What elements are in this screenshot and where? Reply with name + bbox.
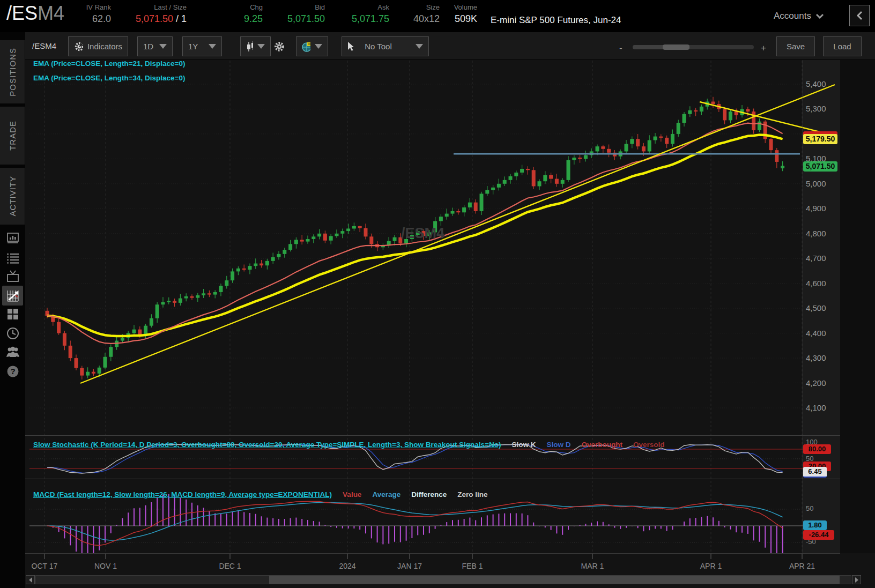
price-tick-label: 5,400 [806,79,826,88]
indicators-button[interactable]: Indicators [68,36,128,56]
news-report-icon[interactable] [5,230,21,246]
stoch-study-title[interactable]: Slow Stochastic (K Period=14, D Period=3… [33,441,501,449]
scroll-right-button[interactable] [852,575,861,584]
zoom-out-button[interactable]: - [619,43,622,54]
range-value: 1Y [188,42,198,51]
time-tick-label: JAN 17 [397,562,422,570]
macd-average-bubble: 1.80 [803,520,827,530]
last-size-label: Last / Size [122,3,187,11]
chart-canvas[interactable] [25,32,875,588]
triangle-left-icon [29,577,32,583]
price-tick-label: 4,100 [806,403,826,412]
macd-value-bubble: -26.44 [803,530,834,540]
toolbar-symbol: /ESM4 [32,41,56,50]
field-iv-rank: IV Rank 62.0 [72,3,111,25]
symbol-suffix: M4 [38,2,64,24]
price-tick-label: 4,800 [806,229,826,238]
tab-positions-label: POSITIONS [8,48,17,96]
trading-platform: /ESM4 IV Rank 62.0 Last / Size 5,071.50 … [0,0,875,588]
ema34-price-bubble: 5,179.50 [803,134,837,144]
sidebar-tab-activity[interactable]: ACTIVITY [0,168,25,225]
time-tick-label: FEB 1 [462,562,483,570]
field-last-size: Last / Size 5,071.50 / 1 [122,3,187,25]
zoom-slider[interactable] [633,45,754,49]
stoch-legend-slowk: Slow K [511,441,536,449]
price-tick-label: 4,700 [806,254,826,263]
collapse-panel-button[interactable] [849,5,870,26]
ask-label: Ask [341,3,389,11]
chg-value: 9.25 [244,13,263,24]
triangle-right-icon [855,577,858,583]
timeframe-dropdown[interactable]: 1D [137,36,173,56]
drawing-tool-dropdown[interactable]: No Tool [342,36,429,56]
size-value: 40x12 [413,13,440,24]
svg-text:?: ? [10,367,15,376]
chevron-down-icon [257,44,265,49]
symbol-title: /ESM4 [6,2,64,25]
style-dropdown[interactable] [296,36,328,56]
volume-value: 509K [455,13,477,24]
scroll-left-button[interactable] [26,575,35,584]
stoch-legend-row: Slow Stochastic (K Period=14, D Period=3… [33,441,664,449]
time-tick-label: APR 21 [789,562,815,570]
pane-divider-stoch-macd[interactable] [25,479,840,479]
contract-description: E-mini S&P 500 Futures, Jun-24 [491,15,621,26]
zoom-in-button[interactable]: + [761,43,766,54]
horizontal-scrollbar-thumb[interactable] [269,576,840,584]
watchlist-icon[interactable] [5,250,21,266]
zoom-slider-fill [633,45,666,49]
chart-toolbar: /ESM4 Indicators 1D 1Y No Tool - [25,32,875,60]
macd-legend-difference: Difference [411,490,447,498]
ema34-study-label[interactable]: EMA (Price=CLOSE, Length=34, Displace=0) [33,74,185,82]
time-tick-label: NOV 1 [94,562,117,570]
field-volume: Volume 509K [444,3,477,25]
chart-settings-button[interactable] [273,41,285,55]
apps-grid-icon[interactable] [5,306,21,322]
chart-type-dropdown[interactable] [240,36,271,56]
tv-icon[interactable] [5,269,21,285]
charts-icon[interactable] [2,286,23,306]
pane-divider-price-stoch[interactable] [25,435,840,436]
history-clock-icon[interactable] [5,325,21,341]
size-label: Size [403,3,440,11]
field-ask: Ask 5,071.75 [341,3,389,25]
range-dropdown[interactable]: 1Y [182,36,222,56]
macd-axis-50: 50 [806,504,813,512]
cursor-icon [347,42,355,51]
sidebar-tab-positions[interactable]: POSITIONS [0,40,25,103]
zoom-slider-thumb[interactable] [663,44,689,50]
price-tick-label: 4,200 [806,378,826,388]
left-sidebar: POSITIONS TRADE ACTIVITY ? [0,32,25,588]
time-tick-label: DEC 1 [219,562,241,570]
help-icon[interactable]: ? [5,363,21,379]
field-chg: Chg 9.25 [224,3,263,25]
stoch-legend-slowd: Slow D [546,441,570,449]
save-button[interactable]: Save [776,36,815,56]
load-label: Load [833,42,851,51]
stoch-legend-overbought: Overbought [581,441,622,449]
macd-study-title[interactable]: MACD (Fast length=12, Slow length=26, MA… [33,490,332,498]
community-icon[interactable] [5,344,21,360]
iv-rank-label: IV Rank [72,3,111,11]
quote-header: /ESM4 IV Rank 62.0 Last / Size 5,071.50 … [0,0,875,32]
volume-label: Volume [444,3,477,11]
style-globe-icon [302,41,310,52]
accounts-label: Accounts [774,11,811,21]
load-button[interactable]: Load [823,36,862,56]
right-margin [840,60,875,553]
accounts-dropdown[interactable]: Accounts [774,11,824,21]
time-tick-label: 2024 [339,562,355,570]
chg-label: Chg [224,3,263,11]
stoch-legend-oversold: Oversold [633,441,665,449]
ema21-study-label[interactable]: EMA (Price=CLOSE, Length=21, Displace=0) [33,59,185,68]
price-tick-label: 4,600 [806,279,826,288]
drawing-tool-value: No Tool [365,42,392,51]
stoch-overbought-bubble: 80.00 [803,444,831,454]
chevron-down-icon [159,44,167,49]
indicators-label: Indicators [87,42,122,51]
last-price-bubble: 5,071.50 [803,161,837,172]
indicators-icon [74,41,83,52]
sidebar-tab-trade[interactable]: TRADE [0,107,25,165]
chevron-down-icon [209,44,216,49]
last-value: 5,071.50 [136,13,173,24]
